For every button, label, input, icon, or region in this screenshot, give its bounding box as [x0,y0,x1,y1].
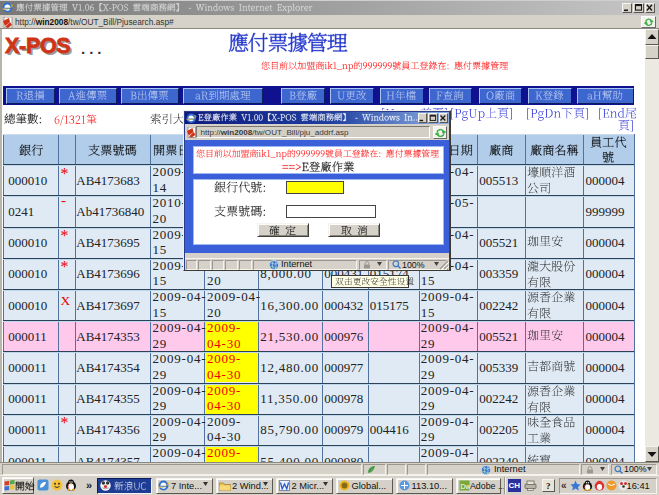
svg-text:Dw: Dw [460,482,470,489]
